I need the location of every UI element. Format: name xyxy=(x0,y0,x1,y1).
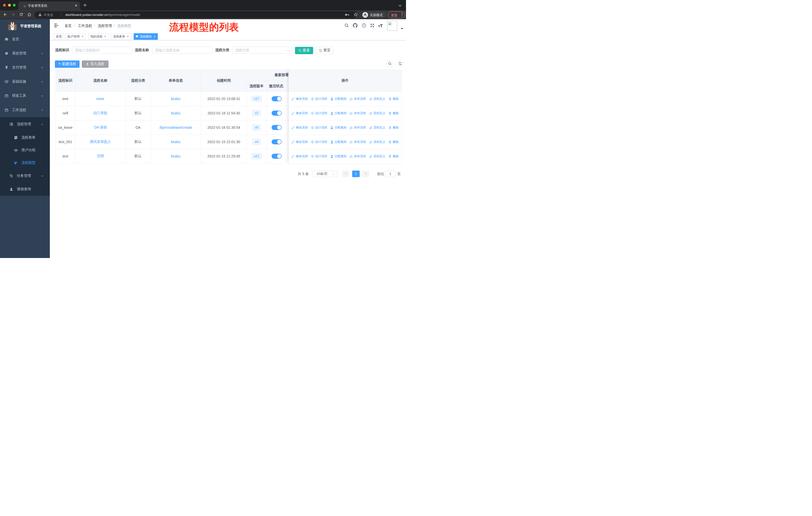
svg-text:?: ? xyxy=(363,24,365,27)
